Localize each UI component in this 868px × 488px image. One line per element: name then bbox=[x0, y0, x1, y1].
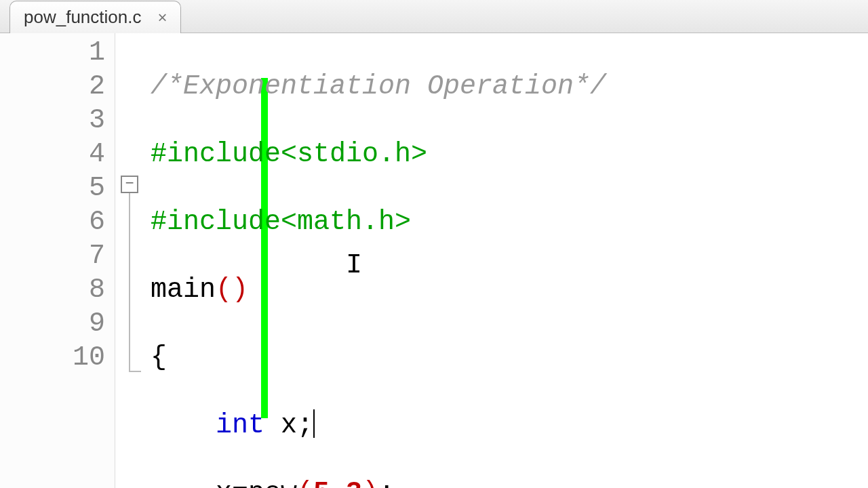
identifier: x bbox=[216, 478, 232, 488]
paren: ( bbox=[297, 478, 313, 488]
close-icon[interactable]: × bbox=[155, 8, 170, 27]
fold-guide-line bbox=[129, 193, 130, 372]
function-call: pow bbox=[248, 478, 297, 488]
line-number: 9 bbox=[0, 307, 115, 341]
tab-bar: pow_function.c × bbox=[0, 0, 868, 33]
fold-gutter: − bbox=[115, 33, 145, 488]
line-number: 2 bbox=[0, 70, 115, 104]
keyword: int bbox=[216, 410, 264, 441]
code-line: #include<math.h> bbox=[151, 205, 868, 239]
line-number: 10 bbox=[0, 341, 115, 375]
comment-text: /*Exponentiation Operation*/ bbox=[151, 71, 606, 102]
code-line: { bbox=[151, 341, 868, 375]
number-literal: 5 bbox=[313, 478, 330, 488]
code-line: x=pow(5,3); bbox=[151, 476, 868, 488]
code-line: /*Exponentiation Operation*/ bbox=[151, 70, 868, 104]
tab-filename: pow_function.c bbox=[24, 7, 141, 28]
line-number: 4 bbox=[0, 138, 115, 171]
paren: ) bbox=[362, 478, 378, 488]
editor-area: 1 2 3 4 5 6 7 8 9 10 − /*Exponentiation … bbox=[0, 33, 868, 488]
line-number: 3 bbox=[0, 104, 115, 138]
line-number: 8 bbox=[0, 273, 115, 307]
semicolon: ; bbox=[297, 410, 313, 441]
code-area[interactable]: /*Exponentiation Operation*/ #include<st… bbox=[145, 33, 868, 488]
line-number: 1 bbox=[0, 36, 115, 70]
file-tab[interactable]: pow_function.c × bbox=[9, 1, 181, 33]
editor-window: pow_function.c × 1 2 3 4 5 6 7 8 9 10 − … bbox=[0, 0, 868, 488]
paren: ) bbox=[232, 274, 248, 305]
semicolon: ; bbox=[378, 478, 395, 488]
line-number: 7 bbox=[0, 239, 115, 273]
operator: = bbox=[232, 478, 248, 488]
preprocessor: #include<stdio.h> bbox=[151, 139, 427, 169]
code-line: #include<stdio.h> bbox=[151, 138, 868, 171]
paren: ( bbox=[216, 274, 232, 305]
minus-icon: − bbox=[125, 177, 134, 192]
identifier: main bbox=[151, 274, 216, 305]
brace: { bbox=[151, 342, 167, 373]
number-literal: 3 bbox=[346, 478, 362, 488]
fold-guide-end bbox=[129, 371, 141, 372]
line-number-gutter: 1 2 3 4 5 6 7 8 9 10 bbox=[0, 33, 115, 488]
line-number: 6 bbox=[0, 205, 115, 239]
comma: , bbox=[330, 478, 346, 488]
fold-toggle[interactable]: − bbox=[121, 176, 138, 193]
text-cursor bbox=[313, 409, 315, 438]
identifier: x bbox=[264, 410, 297, 441]
code-line: main() bbox=[151, 273, 868, 307]
line-number: 5 bbox=[0, 171, 115, 205]
code-line: int x; bbox=[151, 409, 868, 443]
preprocessor: #include<math.h> bbox=[151, 207, 411, 237]
